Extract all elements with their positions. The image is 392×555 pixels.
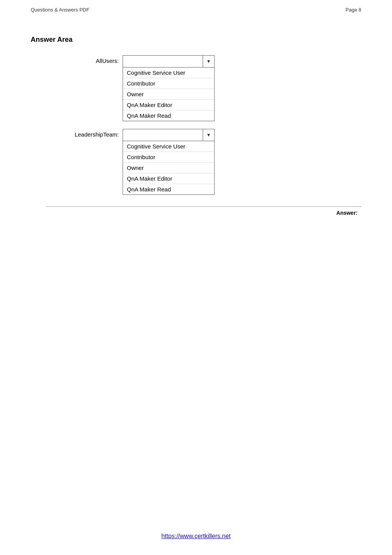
leadership-option-qna-read[interactable]: QnA Maker Read bbox=[123, 184, 214, 194]
answer-section: Answer: bbox=[46, 206, 361, 216]
all-users-option-qna-editor[interactable]: QnA Maker Editor bbox=[123, 100, 214, 110]
all-users-option-qna-read[interactable]: QnA Maker Read bbox=[123, 110, 214, 121]
leadership-team-row: LeadershipTeam: ▼ Cognitive Service User… bbox=[46, 129, 361, 195]
footer: https://www.certkillers.net bbox=[0, 533, 392, 540]
leadership-team-input[interactable] bbox=[123, 132, 203, 138]
answer-label: Answer: bbox=[336, 210, 358, 216]
all-users-row: AllUsers: ▼ Cognitive Service User Contr… bbox=[46, 55, 361, 121]
leadership-team-dropdown-container: ▼ Cognitive Service User Contributor Own… bbox=[123, 129, 215, 195]
leadership-option-owner[interactable]: Owner bbox=[123, 163, 214, 173]
main-content: Answer Area AllUsers: ▼ Cognitive Servic… bbox=[0, 13, 392, 216]
leadership-option-contributor[interactable]: Contributor bbox=[123, 152, 214, 163]
all-users-option-contributor[interactable]: Contributor bbox=[123, 78, 214, 89]
all-users-select-row[interactable]: ▼ bbox=[123, 55, 215, 68]
leadership-team-label: LeadershipTeam: bbox=[46, 129, 123, 138]
all-users-arrow-button[interactable]: ▼ bbox=[203, 56, 214, 67]
leadership-team-select-row[interactable]: ▼ bbox=[123, 129, 215, 141]
header-right-text: Page 8 bbox=[346, 7, 361, 13]
all-users-label: AllUsers: bbox=[46, 55, 123, 64]
footer-link[interactable]: https://www.certkillers.net bbox=[161, 533, 231, 539]
leadership-team-arrow-button[interactable]: ▼ bbox=[203, 129, 214, 141]
answer-area-title: Answer Area bbox=[31, 36, 361, 44]
all-users-dropdown-list: Cognitive Service User Contributor Owner… bbox=[123, 68, 215, 121]
header-left-text: Questions & Answers PDF bbox=[31, 7, 89, 13]
leadership-team-dropdown-list: Cognitive Service User Contributor Owner… bbox=[123, 141, 215, 195]
leadership-option-qna-editor[interactable]: QnA Maker Editor bbox=[123, 173, 214, 184]
form-area: AllUsers: ▼ Cognitive Service User Contr… bbox=[46, 55, 361, 195]
all-users-dropdown-container: ▼ Cognitive Service User Contributor Own… bbox=[123, 55, 215, 121]
leadership-option-cognitive[interactable]: Cognitive Service User bbox=[123, 141, 214, 152]
all-users-option-cognitive[interactable]: Cognitive Service User bbox=[123, 68, 214, 78]
all-users-input[interactable] bbox=[123, 58, 203, 64]
page-header: Questions & Answers PDF Page 8 bbox=[0, 0, 392, 13]
all-users-option-owner[interactable]: Owner bbox=[123, 89, 214, 100]
